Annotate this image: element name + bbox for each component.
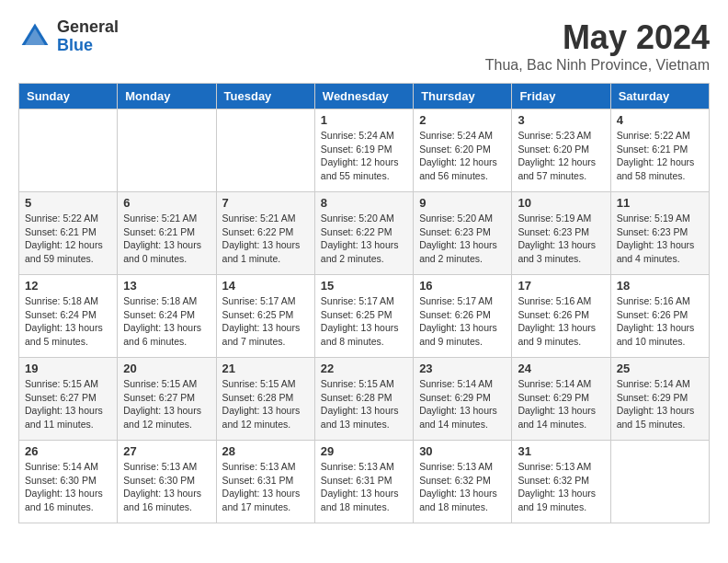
weekday-header-wednesday: Wednesday bbox=[314, 84, 413, 109]
day-number: 20 bbox=[123, 362, 210, 375]
calendar-row: 26Sunrise: 5:14 AM Sunset: 6:30 PM Dayli… bbox=[19, 441, 710, 523]
cell-info: Sunrise: 5:13 AM Sunset: 6:32 PM Dayligh… bbox=[419, 460, 506, 514]
calendar-cell: 2Sunrise: 5:24 AM Sunset: 6:20 PM Daylig… bbox=[414, 109, 512, 192]
location-text: Thua, Bac Ninh Province, Vietnam bbox=[485, 57, 710, 74]
cell-info: Sunrise: 5:16 AM Sunset: 6:26 PM Dayligh… bbox=[617, 294, 703, 349]
calendar-cell: 24Sunrise: 5:14 AM Sunset: 6:29 PM Dayli… bbox=[512, 358, 610, 441]
cell-info: Sunrise: 5:15 AM Sunset: 6:28 PM Dayligh… bbox=[222, 377, 309, 431]
cell-info: Sunrise: 5:15 AM Sunset: 6:28 PM Dayligh… bbox=[321, 377, 407, 431]
cell-info: Sunrise: 5:20 AM Sunset: 6:23 PM Dayligh… bbox=[419, 212, 506, 266]
calendar-cell: 6Sunrise: 5:21 AM Sunset: 6:21 PM Daylig… bbox=[118, 192, 216, 275]
day-number: 18 bbox=[617, 279, 703, 293]
calendar-cell: 12Sunrise: 5:18 AM Sunset: 6:24 PM Dayli… bbox=[19, 275, 118, 358]
cell-info: Sunrise: 5:18 AM Sunset: 6:24 PM Dayligh… bbox=[25, 294, 111, 349]
cell-info: Sunrise: 5:21 AM Sunset: 6:22 PM Dayligh… bbox=[222, 212, 309, 266]
cell-info: Sunrise: 5:13 AM Sunset: 6:31 PM Dayligh… bbox=[321, 460, 407, 514]
cell-info: Sunrise: 5:20 AM Sunset: 6:22 PM Dayligh… bbox=[321, 212, 407, 266]
logo-general-text: General bbox=[57, 18, 119, 37]
calendar-cell: 3Sunrise: 5:23 AM Sunset: 6:20 PM Daylig… bbox=[512, 109, 610, 192]
calendar-cell: 31Sunrise: 5:13 AM Sunset: 6:32 PM Dayli… bbox=[512, 441, 610, 523]
calendar-cell bbox=[118, 109, 216, 192]
calendar-cell bbox=[610, 441, 709, 523]
cell-info: Sunrise: 5:22 AM Sunset: 6:21 PM Dayligh… bbox=[617, 129, 703, 183]
calendar-cell: 15Sunrise: 5:17 AM Sunset: 6:25 PM Dayli… bbox=[314, 275, 413, 358]
calendar-row: 19Sunrise: 5:15 AM Sunset: 6:27 PM Dayli… bbox=[19, 358, 710, 441]
day-number: 30 bbox=[419, 444, 506, 458]
weekday-header-sunday: Sunday bbox=[19, 84, 118, 109]
weekday-header-row: SundayMondayTuesdayWednesdayThursdayFrid… bbox=[19, 84, 710, 109]
cell-info: Sunrise: 5:21 AM Sunset: 6:21 PM Dayligh… bbox=[123, 212, 210, 266]
day-number: 21 bbox=[222, 362, 309, 375]
weekday-header-tuesday: Tuesday bbox=[216, 84, 314, 109]
cell-info: Sunrise: 5:22 AM Sunset: 6:21 PM Dayligh… bbox=[25, 212, 111, 266]
cell-info: Sunrise: 5:16 AM Sunset: 6:26 PM Dayligh… bbox=[518, 294, 604, 349]
logo: General Blue bbox=[18, 18, 119, 55]
calendar-cell: 21Sunrise: 5:15 AM Sunset: 6:28 PM Dayli… bbox=[216, 358, 314, 441]
calendar-cell: 27Sunrise: 5:13 AM Sunset: 6:30 PM Dayli… bbox=[118, 441, 216, 523]
month-year-title: May 2024 bbox=[485, 18, 710, 57]
day-number: 13 bbox=[123, 279, 210, 293]
calendar-row: 1Sunrise: 5:24 AM Sunset: 6:19 PM Daylig… bbox=[19, 109, 710, 192]
day-number: 3 bbox=[518, 113, 604, 127]
day-number: 27 bbox=[123, 444, 210, 458]
day-number: 14 bbox=[222, 279, 309, 293]
calendar-cell: 23Sunrise: 5:14 AM Sunset: 6:29 PM Dayli… bbox=[414, 358, 512, 441]
day-number: 29 bbox=[321, 444, 407, 458]
calendar-cell: 14Sunrise: 5:17 AM Sunset: 6:25 PM Dayli… bbox=[216, 275, 314, 358]
day-number: 19 bbox=[25, 362, 111, 375]
cell-info: Sunrise: 5:13 AM Sunset: 6:30 PM Dayligh… bbox=[123, 460, 210, 514]
cell-info: Sunrise: 5:19 AM Sunset: 6:23 PM Dayligh… bbox=[518, 212, 604, 266]
calendar-cell: 7Sunrise: 5:21 AM Sunset: 6:22 PM Daylig… bbox=[216, 192, 314, 275]
day-number: 4 bbox=[617, 113, 703, 127]
day-number: 6 bbox=[123, 196, 210, 210]
weekday-header-thursday: Thursday bbox=[414, 84, 512, 109]
cell-info: Sunrise: 5:14 AM Sunset: 6:29 PM Dayligh… bbox=[617, 377, 703, 431]
cell-info: Sunrise: 5:17 AM Sunset: 6:26 PM Dayligh… bbox=[419, 294, 506, 349]
day-number: 7 bbox=[222, 196, 309, 210]
cell-info: Sunrise: 5:17 AM Sunset: 6:25 PM Dayligh… bbox=[222, 294, 309, 349]
calendar-cell: 16Sunrise: 5:17 AM Sunset: 6:26 PM Dayli… bbox=[414, 275, 512, 358]
day-number: 9 bbox=[419, 196, 506, 210]
calendar-cell: 30Sunrise: 5:13 AM Sunset: 6:32 PM Dayli… bbox=[414, 441, 512, 523]
day-number: 25 bbox=[617, 362, 703, 375]
calendar-cell: 17Sunrise: 5:16 AM Sunset: 6:26 PM Dayli… bbox=[512, 275, 610, 358]
calendar-cell bbox=[19, 109, 118, 192]
calendar-cell: 1Sunrise: 5:24 AM Sunset: 6:19 PM Daylig… bbox=[314, 109, 413, 192]
cell-info: Sunrise: 5:15 AM Sunset: 6:27 PM Dayligh… bbox=[123, 377, 210, 431]
day-number: 10 bbox=[518, 196, 604, 210]
logo-icon bbox=[18, 20, 51, 53]
cell-info: Sunrise: 5:17 AM Sunset: 6:25 PM Dayligh… bbox=[321, 294, 407, 349]
logo-blue-text: Blue bbox=[57, 37, 119, 55]
calendar-row: 5Sunrise: 5:22 AM Sunset: 6:21 PM Daylig… bbox=[19, 192, 710, 275]
calendar-cell: 10Sunrise: 5:19 AM Sunset: 6:23 PM Dayli… bbox=[512, 192, 610, 275]
day-number: 8 bbox=[321, 196, 407, 210]
weekday-header-monday: Monday bbox=[118, 84, 216, 109]
weekday-header-friday: Friday bbox=[512, 84, 610, 109]
cell-info: Sunrise: 5:24 AM Sunset: 6:20 PM Dayligh… bbox=[419, 129, 506, 183]
cell-info: Sunrise: 5:13 AM Sunset: 6:32 PM Dayligh… bbox=[518, 460, 604, 514]
day-number: 5 bbox=[25, 196, 111, 210]
calendar-cell: 8Sunrise: 5:20 AM Sunset: 6:22 PM Daylig… bbox=[314, 192, 413, 275]
day-number: 11 bbox=[617, 196, 703, 210]
cell-info: Sunrise: 5:24 AM Sunset: 6:19 PM Dayligh… bbox=[321, 129, 407, 183]
day-number: 17 bbox=[518, 279, 604, 293]
cell-info: Sunrise: 5:18 AM Sunset: 6:24 PM Dayligh… bbox=[123, 294, 210, 349]
weekday-header-saturday: Saturday bbox=[610, 84, 709, 109]
cell-info: Sunrise: 5:13 AM Sunset: 6:31 PM Dayligh… bbox=[222, 460, 309, 514]
calendar-cell bbox=[216, 109, 314, 192]
calendar-cell: 28Sunrise: 5:13 AM Sunset: 6:31 PM Dayli… bbox=[216, 441, 314, 523]
calendar-cell: 20Sunrise: 5:15 AM Sunset: 6:27 PM Dayli… bbox=[118, 358, 216, 441]
calendar-cell: 22Sunrise: 5:15 AM Sunset: 6:28 PM Dayli… bbox=[314, 358, 413, 441]
day-number: 28 bbox=[222, 444, 309, 458]
calendar-cell: 29Sunrise: 5:13 AM Sunset: 6:31 PM Dayli… bbox=[314, 441, 413, 523]
cell-info: Sunrise: 5:15 AM Sunset: 6:27 PM Dayligh… bbox=[25, 377, 111, 431]
day-number: 22 bbox=[321, 362, 407, 375]
calendar-cell: 11Sunrise: 5:19 AM Sunset: 6:23 PM Dayli… bbox=[610, 192, 709, 275]
calendar-cell: 26Sunrise: 5:14 AM Sunset: 6:30 PM Dayli… bbox=[19, 441, 118, 523]
cell-info: Sunrise: 5:14 AM Sunset: 6:30 PM Dayligh… bbox=[25, 460, 111, 514]
calendar-cell: 4Sunrise: 5:22 AM Sunset: 6:21 PM Daylig… bbox=[610, 109, 709, 192]
cell-info: Sunrise: 5:19 AM Sunset: 6:23 PM Dayligh… bbox=[617, 212, 703, 266]
calendar-cell: 25Sunrise: 5:14 AM Sunset: 6:29 PM Dayli… bbox=[610, 358, 709, 441]
cell-info: Sunrise: 5:23 AM Sunset: 6:20 PM Dayligh… bbox=[518, 129, 604, 183]
calendar-table: SundayMondayTuesdayWednesdayThursdayFrid… bbox=[18, 83, 710, 523]
